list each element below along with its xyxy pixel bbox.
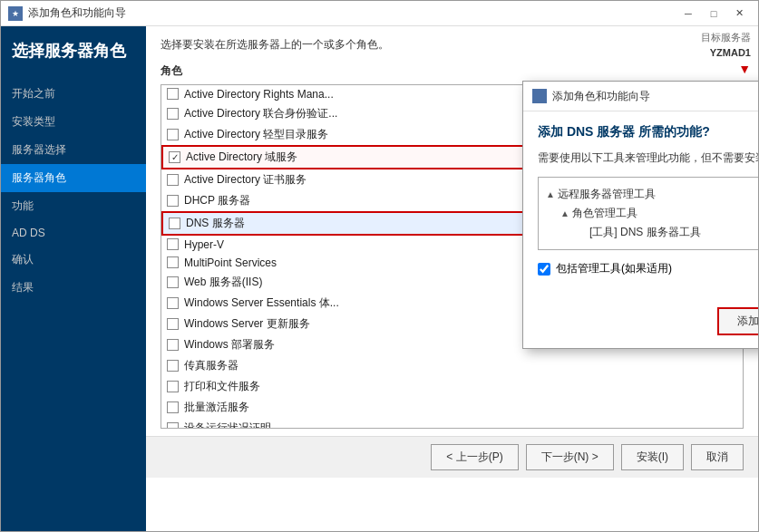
dialog-footer: 添加功能 取消 [523,300,758,348]
role-label-wds: Windows 部署服务 [184,337,275,353]
dialog-title: 添加角色和功能向导 [552,89,758,104]
role-label-multipoint: MultiPoint Services [184,256,277,269]
dialog-title-bar: 添加角色和功能向导 ✕ [523,82,758,111]
app-icon: ★ [8,6,23,21]
role-checkbox-multipoint[interactable] [167,256,179,268]
role-label-hyperv: Hyper-V [184,238,224,251]
role-label-dhcp: DHCP 服务器 [184,193,250,208]
role-label-dns: DNS 服务器 [186,216,245,231]
role-checkbox-adlds[interactable] [167,129,179,140]
tree-label-dns-tools: [工具] DNS 服务器工具 [589,225,701,240]
role-label-adfs: Active Directory 联合身份验证... [184,106,337,121]
page-title: 选择服务器角色 [12,41,135,62]
sidebar-header: 选择服务器角色 [1,26,146,73]
role-checkbox-dha[interactable] [167,422,179,429]
role-label-adds: Active Directory 域服务 [186,150,297,165]
add-feature-button[interactable]: 添加功能 [717,307,758,335]
instruction-text: 选择要安装在所选服务器上的一个或多个角色。 [161,37,505,53]
role-checkbox-adfs[interactable] [167,108,179,120]
role-label-wsus: Windows Server 更新服务 [184,316,310,332]
sidebar-item-start[interactable]: 开始之前 [1,80,146,108]
title-bar: ★ 添加角色和功能向导 ─ □ ✕ [1,1,758,26]
target-server-info: 目标服务器 YZMAD1 ▼ [694,26,758,82]
role-checkbox-vamt[interactable] [167,401,179,413]
role-item-dha[interactable]: 设备运行状况证明 [161,418,743,429]
role-checkbox-dns[interactable] [169,218,180,229]
tree-item-role-mgmt: ▲ 角色管理工具 [546,204,758,223]
next-button[interactable]: 下一步(N) > [526,444,614,470]
sidebar: 选择服务器角色 开始之前 安装类型 服务器选择 服务器角色 功能 AD DS 确… [1,26,146,531]
sidebar-item-server-select[interactable]: 服务器选择 [1,136,146,164]
tree-item-rsat: ▲ 远程服务器管理工具 [546,185,758,204]
role-label-adcs: Active Directory 证书服务 [184,172,307,188]
roles-label: 角色 [161,63,744,79]
add-features-dialog: 添加角色和功能向导 ✕ 添加 DNS 服务器 所需的功能? 需要使用以下工具来管… [522,81,758,349]
cancel-button[interactable]: 取消 [691,444,744,470]
role-checkbox-fax[interactable] [167,360,179,372]
role-checkbox-wds[interactable] [167,339,179,351]
dialog-icon [532,89,547,103]
window-controls: ─ □ ✕ [676,5,751,23]
role-item-vamt[interactable]: 批量激活服务 [161,397,743,418]
role-label-essentials: Windows Server Essentials 体... [184,295,339,311]
dialog-heading: 添加 DNS 服务器 所需的功能? [538,124,758,140]
prev-button[interactable]: < 上一步(P) [431,444,518,470]
role-label-adrmg: Active Directory Rights Mana... [184,88,334,101]
role-checkbox-adds[interactable] [169,151,180,163]
bottom-bar: < 上一步(P) 下一步(N) > 安装(I) 取消 [146,436,758,478]
sidebar-item-confirm[interactable]: 确认 [1,246,146,274]
tree-label-role-mgmt: 角色管理工具 [572,206,637,221]
maximize-button[interactable]: □ [702,5,725,23]
role-item-fax[interactable]: 传真服务器 [161,355,743,376]
tree-item-dns-tools: [工具] DNS 服务器工具 [546,223,758,242]
sidebar-item-results[interactable]: 结果 [1,274,146,302]
include-mgmt-tools-checkbox[interactable] [538,263,550,276]
include-mgmt-tools-label: 包括管理工具(如果适用) [556,261,672,276]
role-checkbox-adrmg[interactable] [167,88,179,100]
install-button[interactable]: 安装(I) [621,444,684,470]
role-checkbox-hyperv[interactable] [167,238,179,250]
sidebar-item-install-type[interactable]: 安装类型 [1,108,146,136]
sidebar-item-server-roles[interactable]: 服务器角色 [1,164,146,192]
close-button[interactable]: ✕ [727,5,751,23]
sidebar-item-features[interactable]: 功能 [1,192,146,220]
sidebar-nav: 开始之前 安装类型 服务器选择 服务器角色 功能 AD DS 确认 结果 [1,80,146,302]
role-checkbox-dhcp[interactable] [167,195,179,207]
role-label-print: 打印和文件服务 [184,379,260,394]
role-checkbox-iis[interactable] [167,276,179,288]
dialog-description: 需要使用以下工具来管理此功能，但不需要安装在同一服务器上。 [538,150,758,166]
tree-label-rsat: 远程服务器管理工具 [558,187,656,202]
target-server-name: YZMAD1 [701,45,751,61]
target-server-label: 目标服务器 [701,30,751,45]
role-checkbox-adcs[interactable] [167,174,179,186]
role-label-adlds: Active Directory 轻型目录服务 [184,127,328,142]
role-checkbox-essentials[interactable] [167,297,179,309]
role-item-print[interactable]: 打印和文件服务 [161,376,743,397]
features-tree: ▲ 远程服务器管理工具 ▲ 角色管理工具 [工具] DNS 服务器工具 [538,177,758,250]
chevron-down-icon: ▼ [701,60,751,79]
window-title: 添加角色和功能向导 [28,5,126,21]
role-label-fax: 传真服务器 [184,358,238,373]
role-checkbox-wsus[interactable] [167,318,179,330]
tree-expand-role-mgmt: ▲ [560,208,569,218]
minimize-button[interactable]: ─ [676,5,700,23]
dialog-body: 添加 DNS 服务器 所需的功能? 需要使用以下工具来管理此功能，但不需要安装在… [523,111,758,300]
role-label-dha: 设备运行状况证明 [184,421,271,429]
include-mgmt-tools-row: 包括管理工具(如果适用) [538,261,758,276]
role-checkbox-print[interactable] [167,381,179,392]
tree-expand-rsat: ▲ [546,189,555,199]
sidebar-item-adds[interactable]: AD DS [1,220,146,246]
role-label-iis: Web 服务器(IIS) [184,275,262,290]
content-area: 选择服务器角色 开始之前 安装类型 服务器选择 服务器角色 功能 AD DS 确… [1,26,758,531]
main-panel: 目标服务器 YZMAD1 ▼ 选择要安装在所选服务器上的一个或多个角色。 角色 … [146,26,758,531]
role-label-vamt: 批量激活服务 [184,400,249,415]
